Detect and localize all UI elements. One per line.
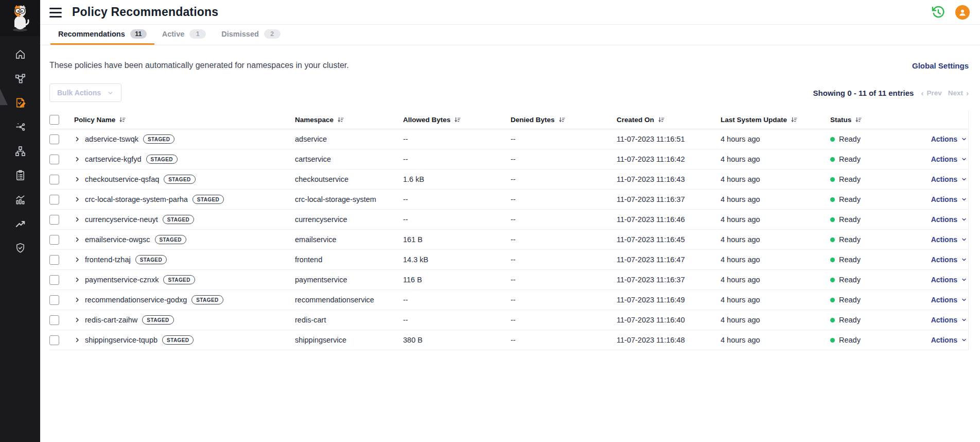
namespace-cell: redis-cart [295,316,403,324]
row-checkbox[interactable] [49,155,59,164]
table-body: adservice-tswqkSTAGEDadservice----11-07-… [49,129,968,350]
sidebar-item-network-sets[interactable] [0,115,40,139]
shield-check-icon [14,242,26,254]
row-checkbox[interactable] [49,335,59,345]
row-actions-button[interactable]: Actions [922,276,968,284]
table-row: crc-local-storage-system-parhaSTAGEDcrc-… [49,190,968,210]
denied-bytes-cell: -- [511,296,617,304]
chevron-right-icon [74,156,80,162]
status-cell: Ready [830,336,922,344]
row-checkbox[interactable] [49,175,59,184]
row-checkbox[interactable] [49,295,59,305]
policy-name: emailservice-owgsc [85,235,150,244]
policies-table: Policy NameNamespaceAllowed BytesDenied … [49,110,969,350]
sidebar-item-compliance-reports[interactable] [0,163,40,188]
table-row: emailservice-owgscSTAGEDemailservice161 … [49,230,968,250]
created-on-cell: 11-07-2023 11:16:48 [617,336,721,344]
row-checkbox[interactable] [49,275,59,285]
page-description: These policies have been automatically g… [49,61,349,70]
row-actions-button[interactable]: Actions [922,135,968,143]
status-cell: Ready [830,235,922,244]
row-checkbox[interactable] [49,235,59,245]
sidebar-item-service-graph[interactable] [0,66,40,91]
prev-page-button[interactable]: ‹ Prev [921,89,941,97]
status-label: Ready [839,256,861,264]
row-expander[interactable] [74,337,80,343]
created-on-cell: 11-07-2023 11:16:37 [617,276,721,284]
row-checkbox-cell [49,155,74,164]
row-actions-button[interactable]: Actions [922,336,968,344]
allowed-bytes-cell: -- [403,195,511,203]
allowed-bytes-cell: -- [403,215,511,224]
row-checkbox[interactable] [49,255,59,265]
row-expander[interactable] [74,156,80,162]
row-actions-button[interactable]: Actions [922,256,968,264]
next-page-button[interactable]: Next › [948,89,969,97]
row-expander[interactable] [74,136,80,142]
namespace-cell: adservice [295,135,403,143]
row-expander[interactable] [74,196,80,202]
row-expander[interactable] [74,236,80,243]
col-header-last-system-update[interactable]: Last System Update [721,116,830,124]
row-expander[interactable] [74,277,80,283]
bulk-actions-button[interactable]: Bulk Actions [49,83,121,102]
col-header-allowed-bytes[interactable]: Allowed Bytes [403,116,511,124]
sidebar-item-security[interactable] [0,236,40,260]
sidebar-item-nodes[interactable] [0,139,40,163]
actions-label: Actions [931,135,957,143]
sidebar-item-home[interactable] [0,42,40,66]
row-checkbox-cell [49,134,74,144]
tab-count-badge: 2 [264,29,281,39]
row-expander[interactable] [74,257,80,263]
chevron-right-icon [74,236,80,243]
app-logo[interactable] [0,0,40,36]
policy-name-cell: frontend-tzhajSTAGED [74,255,295,264]
table-row: frontend-tzhajSTAGEDfrontend14.3 kB--11-… [49,250,968,270]
row-actions-button[interactable]: Actions [922,316,968,324]
row-expander[interactable] [74,317,80,323]
row-actions-button[interactable]: Actions [922,155,968,163]
tab-dismissed[interactable]: Dismissed2 [214,25,288,45]
created-on-cell: 11-07-2023 11:16:43 [617,175,721,183]
table-row: paymentservice-cznxkSTAGEDpaymentservice… [49,270,968,290]
col-header-namespace[interactable]: Namespace [295,116,403,124]
row-checkbox[interactable] [49,315,59,325]
actions-label: Actions [931,296,957,304]
tab-recommendations[interactable]: Recommendations11 [50,25,154,45]
row-checkbox[interactable] [49,195,59,205]
menu-icon[interactable] [49,8,62,18]
col-header-denied-bytes[interactable]: Denied Bytes [511,116,617,124]
row-checkbox[interactable] [49,215,59,225]
row-checkbox[interactable] [49,134,59,144]
actions-label: Actions [931,155,957,163]
history-icon[interactable] [931,5,946,20]
policy-name: currencyservice-neuyt [85,215,158,224]
sidebar-item-trends[interactable] [0,212,40,236]
col-header-status[interactable]: Status [830,116,922,124]
row-actions-button[interactable]: Actions [922,235,968,244]
row-actions-button[interactable]: Actions [922,195,968,203]
clipboard-icon [14,169,26,181]
global-settings-link[interactable]: Global Settings [912,61,969,70]
user-avatar[interactable] [955,5,970,20]
table-row: recommendationservice-godxgSTAGEDrecomme… [49,290,968,310]
row-expander[interactable] [74,176,80,182]
row-expander[interactable] [74,297,80,303]
actions-label: Actions [931,276,957,284]
sort-icon [454,116,461,123]
actions-label: Actions [931,235,957,244]
row-expander[interactable] [74,216,80,223]
col-header-created-on[interactable]: Created On [617,116,721,124]
cat-logo-icon [8,4,32,32]
app-root: Policy Recommendations Recommendations11… [0,0,980,442]
row-actions-button[interactable]: Actions [922,296,968,304]
row-actions-button[interactable]: Actions [922,175,968,183]
sidebar-item-analytics[interactable] [0,188,40,212]
namespace-cell: paymentservice [295,276,403,284]
col-header-policy-name[interactable]: Policy Name [74,116,295,124]
sort-icon [337,116,344,123]
row-actions-button[interactable]: Actions [922,215,968,224]
select-all-checkbox[interactable] [49,115,59,125]
col-header-label: Created On [617,116,654,124]
tab-active[interactable]: Active1 [154,25,214,45]
